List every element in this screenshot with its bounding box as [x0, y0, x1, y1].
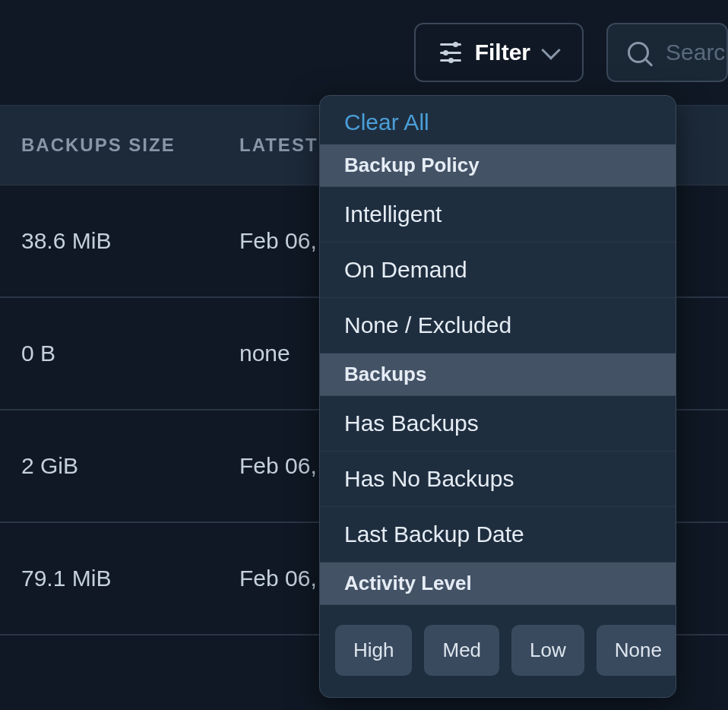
filter-icon [440, 43, 461, 62]
filter-option-intelligent[interactable]: Intelligent [320, 187, 676, 242]
chevron-down-icon [541, 40, 560, 59]
filter-section-activity-level: Activity Level [320, 563, 676, 605]
filter-section-backup-policy: Backup Policy [320, 144, 676, 187]
cell-backups-size: 79.1 MiB [21, 566, 239, 591]
filter-dropdown-menu: Clear All Backup Policy Intelligent On D… [319, 95, 676, 698]
activity-med-button[interactable]: Med [424, 625, 499, 676]
filter-option-on-demand[interactable]: On Demand [320, 242, 676, 298]
filter-option-last-backup-date[interactable]: Last Backup Date [320, 507, 676, 563]
filter-section-backups: Backups [320, 353, 676, 396]
search-icon [628, 42, 649, 63]
filter-option-has-no-backups[interactable]: Has No Backups [320, 452, 676, 507]
activity-high-button[interactable]: High [335, 625, 412, 676]
activity-low-button[interactable]: Low [511, 625, 584, 676]
cell-backups-size: 0 B [21, 341, 239, 366]
filter-button[interactable]: Filter [414, 23, 584, 82]
search-box[interactable] [606, 23, 728, 82]
filter-option-has-backups[interactable]: Has Backups [320, 396, 676, 452]
search-input[interactable] [666, 40, 726, 65]
filter-option-none-excluded[interactable]: None / Excluded [320, 298, 676, 353]
column-header-backups-size[interactable]: BACKUPS SIZE [21, 135, 239, 156]
filter-button-label: Filter [475, 40, 530, 65]
cell-backups-size: 38.6 MiB [21, 228, 239, 254]
cell-backups-size: 2 GiB [21, 453, 239, 479]
activity-none-button[interactable]: None [597, 625, 676, 676]
activity-level-buttons: High Med Low None [320, 605, 676, 697]
filter-clear-all[interactable]: Clear All [320, 96, 676, 144]
toolbar: Filter [0, 0, 728, 105]
